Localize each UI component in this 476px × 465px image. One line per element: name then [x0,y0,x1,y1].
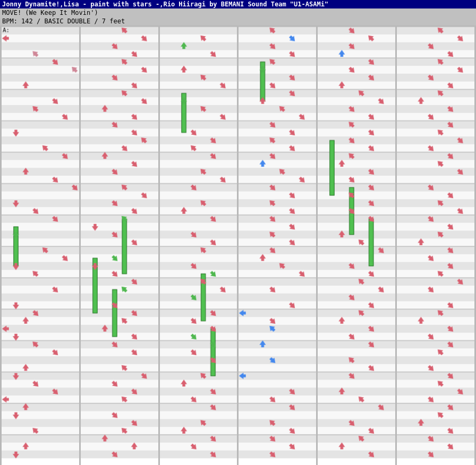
bpm-text: BPM: 142 / BASIC DOUBLE / 7 feet [2,18,125,25]
bpm-info-bar: BPM: 142 / BASIC DOUBLE / 7 feet [0,17,476,25]
chart-col-3 [160,27,237,465]
subtitle-bar: MOVE! (We Keep It Movin') [0,8,476,17]
chart-area [0,25,476,465]
chart-col-6 [397,27,474,465]
subtitle-text: MOVE! (We Keep It Movin') [2,9,98,16]
chart-col-1 [2,27,79,465]
chart-col-4 [239,27,316,465]
title-text: Jonny Dynamite!,Lisa - paint with stars … [2,1,328,8]
chart-col-2 [81,27,158,465]
chart-col-5 [318,27,395,465]
title-bar: Jonny Dynamite!,Lisa - paint with stars … [0,0,476,8]
